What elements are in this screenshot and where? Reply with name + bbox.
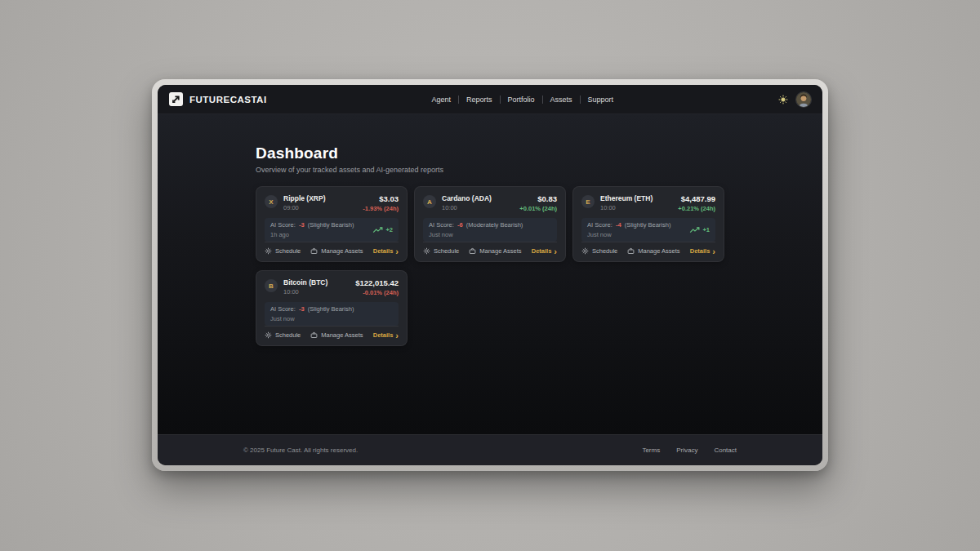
coin-icon-eth: E bbox=[581, 195, 595, 208]
ai-score-value: -3 bbox=[297, 305, 306, 313]
details-button[interactable]: Details › bbox=[690, 247, 715, 255]
schedule-button[interactable]: Schedule bbox=[581, 247, 617, 255]
footer-links: Terms Privacy Contact bbox=[642, 447, 737, 454]
trend-value: +1 bbox=[702, 226, 710, 233]
card-header: A Cardano (ADA) 10:00 $0.83 +0.01% (24h) bbox=[423, 194, 557, 212]
card-actions: Schedule Manage Assets Details › bbox=[265, 242, 399, 255]
asset-price: $4,487.99 bbox=[678, 194, 715, 203]
app-surface: FUTURECASTAI Agent Reports Portfolio Ass… bbox=[158, 85, 822, 465]
ai-score-value: -4 bbox=[614, 221, 623, 229]
asset-price: $0.83 bbox=[519, 194, 557, 203]
chevron-right-icon: › bbox=[554, 249, 557, 254]
ai-score-label: AI Score: bbox=[429, 221, 454, 229]
ai-sentiment: (Slightly Bearish) bbox=[625, 221, 671, 229]
ai-sentiment: (Slightly Bearish) bbox=[308, 221, 354, 229]
footer-link-privacy[interactable]: Privacy bbox=[676, 447, 697, 454]
nav-item-agent[interactable]: Agent bbox=[424, 96, 458, 104]
gear-icon bbox=[581, 247, 589, 255]
trend-value: +2 bbox=[385, 226, 393, 233]
asset-name: Ethereum (ETH) bbox=[600, 194, 672, 202]
card-header: X Ripple (XRP) 09:00 $3.03 -1.93% (24h) bbox=[265, 194, 399, 212]
details-button[interactable]: Details › bbox=[373, 247, 399, 255]
asset-change: +0.21% (24h) bbox=[678, 205, 715, 212]
ai-updated: 1h ago bbox=[270, 231, 354, 238]
briefcase-icon bbox=[469, 247, 476, 255]
trend-badge: +1 bbox=[689, 226, 710, 233]
footer-link-terms[interactable]: Terms bbox=[642, 447, 660, 454]
card-header: B Bitcoin (BTC) 10:00 $122,015.42 -0.01%… bbox=[265, 278, 399, 296]
card-header: E Ethereum (ETH) 10:00 $4,487.99 +0.21% … bbox=[581, 194, 715, 212]
briefcase-icon bbox=[310, 247, 318, 255]
chevron-right-icon: › bbox=[712, 249, 715, 254]
asset-price: $3.03 bbox=[363, 194, 399, 203]
top-navigation-bar: FUTURECASTAI Agent Reports Portfolio Ass… bbox=[158, 85, 822, 114]
ai-score-label: AI Score: bbox=[270, 305, 296, 313]
asset-card-grid: X Ripple (XRP) 09:00 $3.03 -1.93% (24h) bbox=[256, 186, 724, 346]
coin-icon-xrp: X bbox=[265, 195, 278, 208]
manage-assets-button[interactable]: Manage Assets bbox=[310, 331, 363, 339]
asset-name: Ripple (XRP) bbox=[283, 194, 357, 202]
ai-score-value: -3 bbox=[297, 221, 306, 229]
asset-card-bitcoin: B Bitcoin (BTC) 10:00 $122,015.42 -0.01%… bbox=[256, 270, 408, 346]
ai-score-label: AI Score: bbox=[587, 221, 612, 229]
ai-score-label: AI Score: bbox=[270, 221, 296, 229]
manage-assets-button[interactable]: Manage Assets bbox=[310, 247, 363, 255]
asset-change: +0.01% (24h) bbox=[519, 205, 557, 212]
asset-card-cardano: A Cardano (ADA) 10:00 $0.83 +0.01% (24h) bbox=[414, 186, 566, 262]
nav-item-assets[interactable]: Assets bbox=[543, 96, 580, 104]
footer-link-contact[interactable]: Contact bbox=[714, 447, 737, 454]
schedule-button[interactable]: Schedule bbox=[265, 247, 301, 255]
ai-score-panel: AI Score: -6 (Moderately Bearish) Just n… bbox=[423, 218, 557, 242]
asset-price: $122,015.42 bbox=[355, 278, 399, 287]
asset-name: Cardano (ADA) bbox=[442, 194, 514, 202]
ai-updated: Just now bbox=[429, 231, 523, 238]
gear-icon bbox=[423, 247, 430, 255]
page-subtitle: Overview of your tracked assets and AI-g… bbox=[256, 166, 724, 174]
ai-updated: Just now bbox=[587, 231, 670, 238]
briefcase-icon bbox=[310, 331, 318, 339]
nav-item-reports[interactable]: Reports bbox=[459, 96, 500, 104]
nav-item-portfolio[interactable]: Portfolio bbox=[501, 96, 542, 104]
chevron-right-icon: › bbox=[395, 333, 399, 338]
asset-time: 09:00 bbox=[283, 204, 357, 211]
coin-icon-btc: B bbox=[265, 279, 278, 292]
main-nav: Agent Reports Portfolio Assets Support bbox=[267, 96, 778, 104]
asset-time: 10:00 bbox=[442, 204, 514, 211]
gear-icon bbox=[265, 331, 272, 339]
ai-score-panel: AI Score: -4 (Slightly Bearish) Just now bbox=[581, 218, 715, 242]
chevron-right-icon: › bbox=[395, 249, 399, 254]
theme-toggle-sun-icon[interactable] bbox=[778, 95, 788, 104]
manage-assets-button[interactable]: Manage Assets bbox=[627, 247, 679, 255]
page-title: Dashboard bbox=[256, 144, 724, 162]
trend-badge: +2 bbox=[372, 226, 393, 233]
details-button[interactable]: Details › bbox=[532, 247, 557, 255]
card-actions: Schedule Manage Assets Details › bbox=[581, 242, 715, 255]
ai-sentiment: (Moderately Bearish) bbox=[466, 221, 523, 229]
schedule-button[interactable]: Schedule bbox=[423, 247, 459, 255]
ai-score-value: -6 bbox=[456, 221, 465, 229]
asset-time: 10:00 bbox=[283, 288, 350, 295]
brand-name: FUTURECASTAI bbox=[189, 95, 267, 104]
manage-assets-button[interactable]: Manage Assets bbox=[469, 247, 521, 255]
asset-name: Bitcoin (BTC) bbox=[283, 278, 350, 287]
trending-up-icon bbox=[372, 227, 383, 233]
copyright-text: © 2025 Future Cast. All rights reserved. bbox=[243, 447, 358, 454]
asset-time: 10:00 bbox=[600, 204, 672, 211]
ai-sentiment: (Slightly Bearish) bbox=[308, 305, 354, 313]
details-button[interactable]: Details › bbox=[373, 331, 399, 339]
schedule-button[interactable]: Schedule bbox=[265, 331, 301, 339]
app-footer: © 2025 Future Cast. All rights reserved.… bbox=[158, 434, 822, 465]
coin-icon-ada: A bbox=[423, 195, 436, 208]
user-avatar[interactable] bbox=[796, 92, 811, 107]
app-window: FUTURECASTAI Agent Reports Portfolio Ass… bbox=[152, 79, 828, 471]
ai-score-panel: AI Score: -3 (Slightly Bearish) Just now bbox=[265, 302, 399, 326]
card-actions: Schedule Manage Assets Details › bbox=[265, 326, 399, 339]
card-actions: Schedule Manage Assets Details › bbox=[423, 242, 557, 255]
brand[interactable]: FUTURECASTAI bbox=[169, 92, 267, 106]
main-content: Dashboard Overview of your tracked asset… bbox=[158, 114, 822, 434]
asset-change: -1.93% (24h) bbox=[363, 205, 399, 212]
asset-card-ripple: X Ripple (XRP) 09:00 $3.03 -1.93% (24h) bbox=[256, 186, 408, 262]
topbar-right bbox=[778, 92, 811, 107]
asset-change: -0.01% (24h) bbox=[355, 289, 399, 296]
nav-item-support[interactable]: Support bbox=[581, 96, 621, 104]
